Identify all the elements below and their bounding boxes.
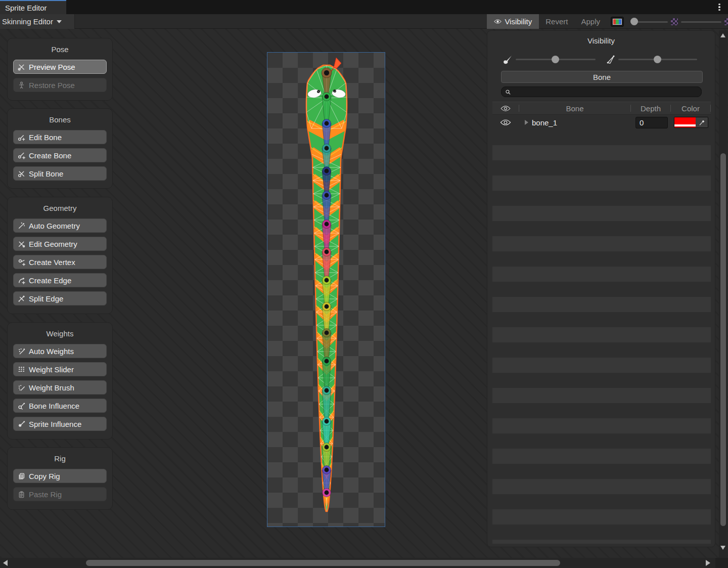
edit-bone-button[interactable]: Edit Bone [13, 130, 107, 144]
sprite-canvas[interactable] [267, 52, 385, 527]
restore-pose-icon [18, 81, 25, 89]
scrollbar-corner [715, 558, 728, 568]
button-label: Split Edge [29, 294, 63, 303]
restore-pose-button[interactable]: Restore Pose [13, 78, 107, 92]
panel-weights: Weights Auto Weights Weight Slider Weigh… [7, 322, 113, 440]
visibility-toggle-button[interactable]: Visibility [487, 14, 539, 29]
eye-column-icon [500, 105, 511, 112]
checker-swatch-icon-2[interactable] [724, 18, 728, 25]
scroll-down-icon[interactable] [720, 546, 725, 550]
table-row-bone-1[interactable]: bone_1 [492, 115, 711, 130]
kebab-menu-icon[interactable] [716, 2, 723, 12]
weight-slider-button[interactable]: Weight Slider [13, 362, 107, 376]
sprite-editor-window: Sprite Editor Skinning Editor Visibility… [0, 0, 728, 568]
split-bone-icon [18, 170, 25, 178]
header-depth[interactable]: Depth [631, 104, 670, 113]
split-edge-icon [18, 295, 25, 302]
split-edge-button[interactable]: Split Edge [13, 291, 107, 305]
button-label: Sprite Influence [29, 420, 81, 428]
copy-rig-button[interactable]: Copy Rig [13, 469, 107, 483]
vertical-scrollbar-thumb[interactable] [720, 153, 726, 526]
preview-pose-icon [18, 63, 25, 71]
scroll-left-icon[interactable] [3, 560, 8, 566]
create-bone-button[interactable]: Create Bone [13, 148, 107, 162]
bone-tab-label: Bone [593, 73, 611, 81]
paste-rig-icon [18, 491, 25, 498]
button-label: Split Bone [29, 169, 63, 178]
mesh-opacity-icon [605, 54, 616, 65]
depth-input[interactable] [635, 117, 668, 128]
button-label: Preview Pose [29, 63, 75, 71]
tab-title: Sprite Editor [5, 4, 47, 12]
paste-rig-button[interactable]: Paste Rig [13, 487, 107, 501]
button-label: Bone Influence [29, 402, 79, 410]
horizontal-scrollbar[interactable] [0, 558, 728, 568]
scroll-right-icon[interactable] [706, 560, 710, 566]
workspace: Pose Preview Pose Restore Pose Bones Edi… [0, 29, 728, 558]
search-input[interactable] [513, 88, 698, 96]
checker-swatch-icon[interactable] [671, 18, 678, 25]
visibility-label: Visibility [505, 17, 532, 26]
bone-opacity-icon [503, 54, 514, 65]
bone-color-swatch[interactable] [674, 117, 696, 127]
vertical-scrollbar[interactable] [719, 30, 727, 558]
bone-table: Bone Depth Color bone_1 [492, 102, 711, 130]
foldout-triangle-icon[interactable] [525, 120, 528, 125]
skinning-mode-dropdown[interactable]: Skinning Editor [0, 14, 75, 29]
tab-sprite-editor[interactable]: Sprite Editor [0, 0, 66, 14]
weight-brush-button[interactable]: Weight Brush [13, 380, 107, 395]
apply-button[interactable]: Apply [574, 14, 607, 29]
search-icon [505, 89, 511, 95]
revert-button[interactable]: Revert [539, 14, 574, 29]
edit-geometry-button[interactable]: Edit Geometry [13, 237, 107, 251]
button-label: Create Bone [29, 151, 71, 160]
horizontal-scrollbar-thumb[interactable] [86, 560, 560, 566]
row-visibility-eye-icon[interactable] [500, 119, 511, 126]
mesh-opacity-knob[interactable] [654, 56, 661, 63]
preview-pose-button[interactable]: Preview Pose [13, 60, 107, 74]
weight-slider-icon [18, 366, 25, 373]
create-edge-button[interactable]: Create Edge [13, 273, 107, 287]
bone-opacity-slider[interactable] [516, 52, 596, 67]
edit-geometry-icon [18, 240, 25, 248]
create-bone-icon [18, 152, 25, 159]
button-label: Paste Rig [29, 490, 62, 499]
weight-brush-icon [18, 384, 25, 391]
panel-bones: Bones Edit Bone Create Bone Split Bone [7, 108, 113, 189]
create-edge-icon [18, 277, 25, 284]
scroll-up-icon[interactable] [720, 33, 725, 37]
snake-sprite-mesh[interactable] [267, 53, 386, 528]
button-label: Edit Geometry [29, 240, 77, 248]
color-channels-button[interactable] [611, 17, 624, 27]
empty-bone-list [492, 130, 711, 544]
mesh-opacity-slider[interactable] [618, 52, 697, 67]
tab-bone[interactable]: Bone [501, 71, 703, 83]
brightness-slider[interactable] [681, 14, 721, 29]
bone-opacity-knob[interactable] [552, 56, 559, 63]
split-bone-button[interactable]: Split Bone [13, 166, 107, 181]
skinning-toolbar: Skinning Editor Visibility Revert Apply [0, 14, 728, 29]
bone-influence-button[interactable]: Bone Influence [13, 399, 107, 413]
button-label: Create Edge [29, 276, 71, 285]
button-label: Edit Bone [29, 133, 62, 142]
eyedropper-icon[interactable] [696, 117, 708, 127]
rgb-stripes-icon [613, 19, 622, 25]
header-bone[interactable]: Bone [519, 104, 630, 113]
sprite-influence-button[interactable]: Sprite Influence [13, 417, 107, 431]
header-color[interactable]: Color [671, 104, 710, 113]
auto-weights-button[interactable]: Auto Weights [13, 344, 107, 358]
button-label: Weight Brush [29, 383, 74, 392]
alpha-slider[interactable] [630, 14, 668, 29]
bone-table-header: Bone Depth Color [492, 102, 711, 115]
create-vertex-icon [18, 258, 25, 266]
alpha-slider-knob[interactable] [630, 18, 638, 25]
panel-title: Pose [13, 43, 107, 60]
auto-geometry-button[interactable]: Auto Geometry [13, 219, 107, 233]
create-vertex-button[interactable]: Create Vertex [13, 255, 107, 269]
bone-search-field[interactable] [501, 86, 702, 97]
panel-title: Weights [13, 327, 107, 344]
panel-title: Geometry [13, 202, 107, 219]
panel-geometry: Geometry Auto Geometry Edit Geometry Cre… [7, 197, 113, 314]
sprite-influence-icon [18, 420, 25, 428]
button-label: Auto Weights [29, 347, 74, 356]
